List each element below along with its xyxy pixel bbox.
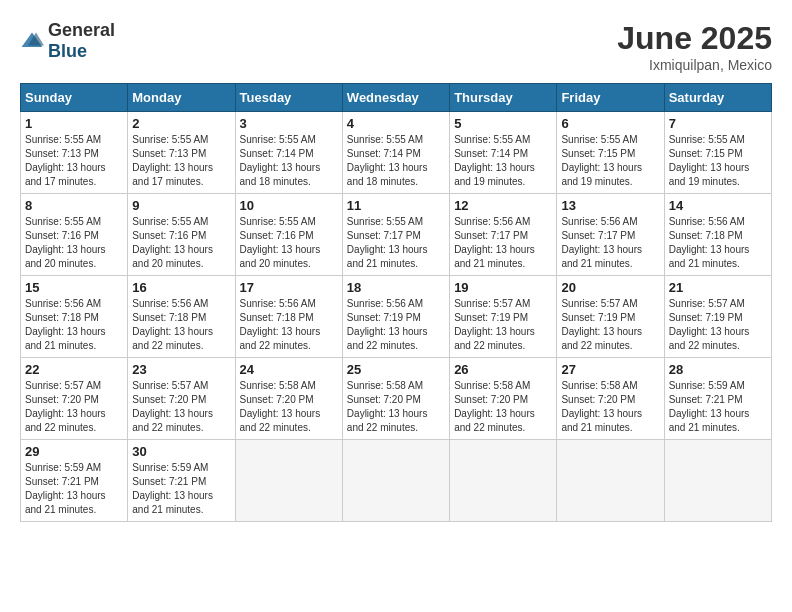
- header-thursday: Thursday: [450, 84, 557, 112]
- header-friday: Friday: [557, 84, 664, 112]
- calendar-row-1: 1 Sunrise: 5:55 AMSunset: 7:13 PMDayligh…: [21, 112, 772, 194]
- title-area: June 2025 Ixmiquilpan, Mexico: [617, 20, 772, 73]
- day-14: 14 Sunrise: 5:56 AMSunset: 7:18 PMDaylig…: [664, 194, 771, 276]
- weekday-header-row: Sunday Monday Tuesday Wednesday Thursday…: [21, 84, 772, 112]
- day-25: 25 Sunrise: 5:58 AMSunset: 7:20 PMDaylig…: [342, 358, 449, 440]
- day-11: 11 Sunrise: 5:55 AMSunset: 7:17 PMDaylig…: [342, 194, 449, 276]
- day-18: 18 Sunrise: 5:56 AMSunset: 7:19 PMDaylig…: [342, 276, 449, 358]
- day-7: 7 Sunrise: 5:55 AMSunset: 7:15 PMDayligh…: [664, 112, 771, 194]
- logo-blue: Blue: [48, 41, 87, 61]
- logo-icon: [20, 31, 44, 51]
- day-27: 27 Sunrise: 5:58 AMSunset: 7:20 PMDaylig…: [557, 358, 664, 440]
- day-3: 3 Sunrise: 5:55 AMSunset: 7:14 PMDayligh…: [235, 112, 342, 194]
- day-12: 12 Sunrise: 5:56 AMSunset: 7:17 PMDaylig…: [450, 194, 557, 276]
- day-15: 15 Sunrise: 5:56 AMSunset: 7:18 PMDaylig…: [21, 276, 128, 358]
- day-16: 16 Sunrise: 5:56 AMSunset: 7:18 PMDaylig…: [128, 276, 235, 358]
- day-empty-1: [235, 440, 342, 522]
- day-4: 4 Sunrise: 5:55 AMSunset: 7:14 PMDayligh…: [342, 112, 449, 194]
- calendar-row-3: 15 Sunrise: 5:56 AMSunset: 7:18 PMDaylig…: [21, 276, 772, 358]
- day-10: 10 Sunrise: 5:55 AMSunset: 7:16 PMDaylig…: [235, 194, 342, 276]
- day-17: 17 Sunrise: 5:56 AMSunset: 7:18 PMDaylig…: [235, 276, 342, 358]
- day-19: 19 Sunrise: 5:57 AMSunset: 7:19 PMDaylig…: [450, 276, 557, 358]
- header-wednesday: Wednesday: [342, 84, 449, 112]
- month-title: June 2025: [617, 20, 772, 57]
- calendar-row-4: 22 Sunrise: 5:57 AMSunset: 7:20 PMDaylig…: [21, 358, 772, 440]
- logo-text: General Blue: [48, 20, 115, 62]
- calendar-row-5: 29 Sunrise: 5:59 AMSunset: 7:21 PMDaylig…: [21, 440, 772, 522]
- calendar-row-2: 8 Sunrise: 5:55 AMSunset: 7:16 PMDayligh…: [21, 194, 772, 276]
- logo: General Blue: [20, 20, 115, 62]
- day-26: 26 Sunrise: 5:58 AMSunset: 7:20 PMDaylig…: [450, 358, 557, 440]
- day-empty-5: [664, 440, 771, 522]
- day-22: 22 Sunrise: 5:57 AMSunset: 7:20 PMDaylig…: [21, 358, 128, 440]
- day-6: 6 Sunrise: 5:55 AMSunset: 7:15 PMDayligh…: [557, 112, 664, 194]
- day-23: 23 Sunrise: 5:57 AMSunset: 7:20 PMDaylig…: [128, 358, 235, 440]
- day-30: 30 Sunrise: 5:59 AMSunset: 7:21 PMDaylig…: [128, 440, 235, 522]
- day-9: 9 Sunrise: 5:55 AMSunset: 7:16 PMDayligh…: [128, 194, 235, 276]
- day-2: 2 Sunrise: 5:55 AMSunset: 7:13 PMDayligh…: [128, 112, 235, 194]
- header-sunday: Sunday: [21, 84, 128, 112]
- day-empty-3: [450, 440, 557, 522]
- day-empty-4: [557, 440, 664, 522]
- logo-general: General: [48, 20, 115, 40]
- day-13: 13 Sunrise: 5:56 AMSunset: 7:17 PMDaylig…: [557, 194, 664, 276]
- day-21: 21 Sunrise: 5:57 AMSunset: 7:19 PMDaylig…: [664, 276, 771, 358]
- page-header: General Blue June 2025 Ixmiquilpan, Mexi…: [20, 20, 772, 73]
- day-8: 8 Sunrise: 5:55 AMSunset: 7:16 PMDayligh…: [21, 194, 128, 276]
- header-monday: Monday: [128, 84, 235, 112]
- day-20: 20 Sunrise: 5:57 AMSunset: 7:19 PMDaylig…: [557, 276, 664, 358]
- header-saturday: Saturday: [664, 84, 771, 112]
- day-5: 5 Sunrise: 5:55 AMSunset: 7:14 PMDayligh…: [450, 112, 557, 194]
- header-tuesday: Tuesday: [235, 84, 342, 112]
- calendar-table: Sunday Monday Tuesday Wednesday Thursday…: [20, 83, 772, 522]
- location-title: Ixmiquilpan, Mexico: [617, 57, 772, 73]
- day-empty-2: [342, 440, 449, 522]
- day-28: 28 Sunrise: 5:59 AMSunset: 7:21 PMDaylig…: [664, 358, 771, 440]
- day-24: 24 Sunrise: 5:58 AMSunset: 7:20 PMDaylig…: [235, 358, 342, 440]
- day-29: 29 Sunrise: 5:59 AMSunset: 7:21 PMDaylig…: [21, 440, 128, 522]
- day-1: 1 Sunrise: 5:55 AMSunset: 7:13 PMDayligh…: [21, 112, 128, 194]
